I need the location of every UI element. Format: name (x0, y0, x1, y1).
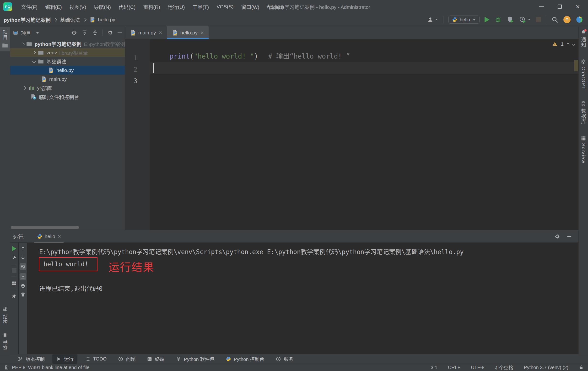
toolwindow-label: 版本控制 (26, 355, 45, 362)
tool-stripe-notifications-button[interactable]: 通知 (579, 30, 588, 48)
user-account-button[interactable] (427, 17, 438, 23)
tool-stripe-chatgpt-button[interactable]: ChatGPT (579, 59, 588, 90)
menu-item-code[interactable]: 代码(C) (115, 0, 139, 13)
close-tab-icon[interactable]: × (200, 29, 204, 36)
tree-row-external-libraries[interactable]: 外部库 (10, 84, 125, 92)
menu-item-vcs[interactable]: VCS(S) (213, 0, 237, 13)
python-interpreter[interactable]: Python 3.7 (venv) (2) (524, 365, 568, 370)
menu-item-window[interactable]: 窗口(W) (237, 0, 263, 13)
down-stack-trace-button[interactable] (20, 254, 26, 260)
run-tab-hello[interactable]: hello × (33, 230, 65, 243)
breadcrumb-file[interactable]: hello.py (98, 17, 115, 22)
toolwindow-todo[interactable]: TODO (81, 355, 110, 363)
tool-stripe-structure-button[interactable]: 结构 (2, 307, 9, 325)
locate-file-button[interactable] (71, 30, 77, 36)
next-problem-button[interactable] (572, 42, 575, 46)
toolwindow-terminal[interactable]: 终端 (143, 354, 168, 364)
previous-problem-button[interactable] (567, 42, 570, 46)
toolwindow-problems[interactable]: 问题 (114, 354, 139, 364)
toolwindow-version-control[interactable]: 版本控制 (14, 354, 49, 364)
menu-item-edit[interactable]: 编辑(E) (41, 0, 66, 13)
pin-tab-button[interactable] (11, 294, 17, 299)
run-with-coverage-button[interactable] (507, 16, 514, 23)
scroll-to-end-toggle[interactable] (20, 273, 26, 280)
toolwindow-label: Python 控制台 (234, 355, 264, 362)
gear-icon[interactable] (107, 30, 113, 36)
caret-position[interactable]: 3:1 (431, 365, 438, 370)
hide-panel-button[interactable] (567, 236, 571, 237)
horizontal-scrollbar[interactable] (11, 226, 79, 229)
debug-button[interactable] (494, 16, 502, 23)
project-panel-title[interactable]: 项目 (21, 29, 31, 36)
tab-hello-py[interactable]: hello.py × (167, 26, 209, 39)
print-button[interactable] (20, 283, 26, 288)
main-menu: 文件(F) 编辑(E) 视图(V) 导航(N) 代码(C) 重构(R) 运行(U… (17, 0, 288, 13)
chevron-right-icon[interactable] (23, 86, 27, 90)
chevron-down-icon[interactable] (36, 32, 39, 34)
tool-stripe-sciview-button[interactable]: SciView (579, 136, 588, 163)
breadcrumb-folder[interactable]: 基础语法 (60, 16, 80, 23)
edit-configuration-button[interactable] (11, 255, 17, 260)
minimize-button[interactable] (539, 6, 544, 7)
rerun-button[interactable] (12, 246, 16, 251)
toolwindow-python-console[interactable]: Python 控制台 (222, 354, 268, 364)
tree-row-venv[interactable]: venv library根目录 (10, 48, 125, 57)
menu-item-navigate[interactable]: 导航(N) (90, 0, 115, 13)
stop-button[interactable] (536, 17, 541, 22)
gear-icon[interactable] (554, 233, 560, 240)
pycharm-logo-icon[interactable]: PC (3, 2, 12, 11)
status-message[interactable]: PEP 8: W391 blank line at end of file (12, 365, 89, 370)
close-tab-icon[interactable]: × (58, 233, 61, 240)
close-tab-icon[interactable]: × (159, 29, 162, 36)
search-everywhere-button[interactable] (551, 16, 558, 23)
line-ending[interactable]: CRLF (448, 365, 461, 370)
tree-row-hello-py[interactable]: hello.py (10, 66, 125, 74)
menu-item-tools[interactable]: 工具(T) (189, 0, 213, 13)
soft-wrap-toggle[interactable] (20, 263, 26, 270)
maximize-button[interactable] (558, 5, 562, 9)
inspections-widget[interactable]: 1 (552, 41, 575, 47)
chevron-down-icon[interactable] (22, 42, 24, 45)
menu-item-file[interactable]: 文件(F) (17, 0, 41, 13)
stop-button[interactable] (12, 268, 17, 273)
tool-stripe-project-button[interactable]: 项目 (0, 27, 10, 51)
chevron-down-icon[interactable] (32, 60, 36, 63)
up-stack-trace-button[interactable] (20, 246, 26, 251)
close-button[interactable]: × (576, 3, 580, 10)
run-configuration-select[interactable]: hello (449, 16, 480, 24)
breadcrumb-project[interactable]: python学习笔记案例 (4, 16, 51, 23)
tree-row-folder[interactable]: 基础语法 (10, 57, 125, 66)
indent-setting[interactable]: 4 个空格 (495, 364, 514, 371)
tab-main-py[interactable]: main.py × (125, 26, 167, 39)
profiler-button[interactable] (519, 16, 531, 23)
code-line-1[interactable]: print("hello world! ")# 输出“hello world! … (153, 39, 350, 51)
line-number[interactable]: 2 (127, 64, 137, 75)
ide-sphere-button[interactable] (576, 16, 583, 23)
file-encoding[interactable]: UTF-8 (471, 365, 484, 370)
chevron-right-icon[interactable] (32, 51, 36, 54)
line-number[interactable]: 1 (127, 52, 137, 64)
menu-item-run[interactable]: 运行(U) (164, 0, 189, 13)
run-console[interactable]: E:\python教学案例代码\python学习笔记案例\venv\Script… (28, 243, 578, 354)
tool-stripe-bookmarks-button[interactable]: 书签 (2, 333, 9, 351)
structure-icon (2, 307, 8, 312)
hide-panel-button[interactable] (117, 32, 122, 33)
editor-gutter[interactable]: 1 2 3 (125, 39, 150, 230)
update-available-button[interactable] (563, 16, 571, 23)
collapse-all-button[interactable] (92, 30, 98, 36)
toolwindow-services[interactable]: 服务 (272, 354, 297, 364)
tool-stripe-database-button[interactable]: 数据库 (579, 101, 588, 124)
menu-item-view[interactable]: 视图(V) (66, 0, 90, 13)
expand-all-button[interactable] (82, 30, 88, 36)
line-number[interactable]: 3 (127, 75, 137, 87)
tree-row-project-root[interactable]: python学习笔记案例 E:\python教学案例 (10, 39, 125, 48)
tree-row-scratches[interactable]: 临时文件和控制台 (10, 92, 125, 101)
lock-icon[interactable] (579, 365, 584, 370)
tree-row-main-py[interactable]: main.py (10, 74, 125, 84)
toolwindow-run[interactable]: 运行 (52, 354, 77, 364)
menu-item-refactor[interactable]: 重构(R) (139, 0, 164, 13)
restore-layout-button[interactable] (11, 281, 17, 286)
run-button[interactable] (484, 17, 490, 22)
clear-all-button[interactable] (20, 292, 26, 297)
toolwindow-python-packages[interactable]: Python 软件包 (172, 354, 218, 364)
